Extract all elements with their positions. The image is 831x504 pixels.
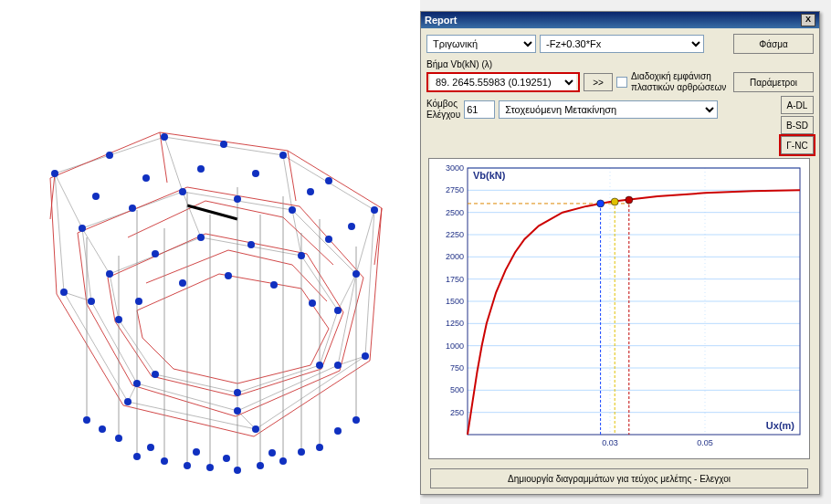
svg-point-59 (184, 462, 191, 469)
svg-point-69 (193, 448, 200, 456)
svg-line-5 (237, 411, 256, 429)
svg-point-81 (135, 298, 142, 305)
structure-svg (0, 0, 420, 504)
svg-point-119 (611, 198, 618, 205)
svg-point-50 (334, 362, 342, 369)
svg-point-62 (257, 462, 264, 469)
svg-point-79 (307, 188, 314, 195)
structure-3d-viewport[interactable] (0, 0, 420, 504)
svg-point-47 (115, 316, 122, 323)
level-b-button[interactable]: B-SD (781, 116, 814, 134)
svg-point-37 (325, 236, 332, 243)
svg-line-8 (82, 228, 110, 274)
svg-point-73 (334, 427, 342, 435)
svg-text:250: 250 (450, 408, 464, 417)
svg-point-51 (234, 407, 241, 415)
svg-point-78 (252, 170, 259, 177)
svg-point-65 (316, 444, 323, 451)
svg-point-64 (298, 448, 305, 456)
svg-point-32 (79, 225, 86, 232)
svg-point-58 (161, 457, 168, 465)
chart-svg: 2505007501000125015001750200022502500275… (429, 159, 811, 460)
svg-text:1250: 1250 (446, 319, 464, 328)
svg-point-33 (129, 205, 136, 212)
step-select[interactable]: 89. 2645.55983 (0.19251) (430, 74, 576, 90)
svg-point-54 (234, 389, 241, 396)
svg-point-117 (597, 200, 605, 207)
svg-line-12 (187, 205, 237, 219)
svg-point-55 (83, 416, 90, 424)
level-c-button[interactable]: Γ-NC (781, 136, 814, 154)
svg-text:1500: 1500 (446, 297, 464, 306)
svg-point-43 (298, 252, 305, 259)
svg-point-40 (152, 250, 159, 257)
svg-point-76 (142, 174, 150, 182)
next-step-button[interactable]: >> (584, 73, 613, 91)
svg-text:2750: 2750 (446, 185, 464, 194)
svg-text:Ux(m): Ux(m) (766, 420, 795, 431)
sequential-label: Διαδοχική εμφάνιση πλαστικών αρθρώσεων (631, 71, 726, 93)
svg-point-85 (309, 299, 316, 307)
svg-point-70 (223, 455, 230, 462)
svg-text:2500: 2500 (446, 208, 464, 217)
svg-text:2000: 2000 (446, 252, 464, 261)
svg-point-121 (626, 196, 633, 204)
svg-text:1750: 1750 (446, 275, 464, 284)
svg-point-34 (179, 188, 186, 195)
svg-point-52 (133, 380, 141, 387)
svg-point-42 (247, 241, 255, 248)
svg-line-9 (183, 192, 201, 237)
svg-text:Vb(kN): Vb(kN) (473, 170, 506, 181)
svg-point-30 (325, 177, 332, 184)
svg-point-84 (270, 281, 278, 289)
svg-text:3000: 3000 (446, 163, 464, 173)
svg-line-11 (338, 274, 356, 310)
svg-point-61 (234, 467, 241, 474)
svg-point-67 (124, 398, 131, 405)
svg-point-57 (133, 453, 141, 460)
close-button[interactable]: X (801, 14, 815, 26)
displacement-mode-select[interactable]: Στοχευόμενη Μετακίνηση (499, 100, 718, 119)
svg-point-25 (51, 170, 58, 177)
step-label: Βήμα Vb(kN) (λ) (426, 59, 814, 69)
pushover-chart: 2505007501000125015001750200022502500275… (428, 158, 810, 459)
svg-point-28 (220, 141, 227, 148)
svg-point-53 (152, 371, 159, 378)
distribution-select[interactable]: Τριγωνική (426, 35, 536, 53)
svg-point-75 (92, 193, 100, 200)
svg-point-66 (352, 416, 360, 424)
level-a-button[interactable]: A-DL (781, 96, 814, 114)
svg-line-1 (164, 137, 183, 192)
svg-text:1000: 1000 (446, 341, 464, 351)
svg-point-80 (348, 223, 355, 230)
svg-point-36 (289, 206, 296, 214)
spectrum-button[interactable]: Φάσμα (733, 34, 814, 54)
svg-point-46 (88, 298, 95, 305)
svg-line-3 (356, 210, 374, 274)
sequential-checkbox[interactable] (616, 77, 627, 88)
svg-text:2250: 2250 (446, 230, 464, 239)
window-title: Report (425, 15, 457, 26)
svg-point-74 (147, 444, 154, 451)
create-diagrams-button[interactable]: Δημιουργία διαγραμμάτων για τεύχος μελέτ… (430, 468, 808, 488)
svg-point-29 (279, 152, 287, 159)
svg-point-45 (60, 289, 68, 296)
svg-point-49 (362, 352, 369, 360)
svg-point-68 (252, 425, 259, 433)
svg-line-0 (55, 173, 82, 228)
svg-text:500: 500 (450, 385, 464, 394)
svg-line-2 (283, 155, 292, 210)
svg-point-39 (106, 270, 113, 278)
svg-point-60 (206, 464, 214, 471)
svg-point-35 (234, 195, 241, 203)
svg-text:0.03: 0.03 (602, 438, 618, 447)
control-node-input[interactable] (464, 100, 495, 119)
svg-point-48 (316, 362, 323, 369)
svg-point-63 (279, 457, 287, 465)
svg-point-72 (99, 425, 106, 433)
svg-point-83 (225, 272, 232, 279)
svg-point-27 (161, 133, 168, 141)
params-button[interactable]: Παράμετροι (733, 72, 814, 92)
load-combo-select[interactable]: -Fz+0.30*Fx (540, 35, 704, 53)
svg-point-82 (179, 279, 186, 287)
